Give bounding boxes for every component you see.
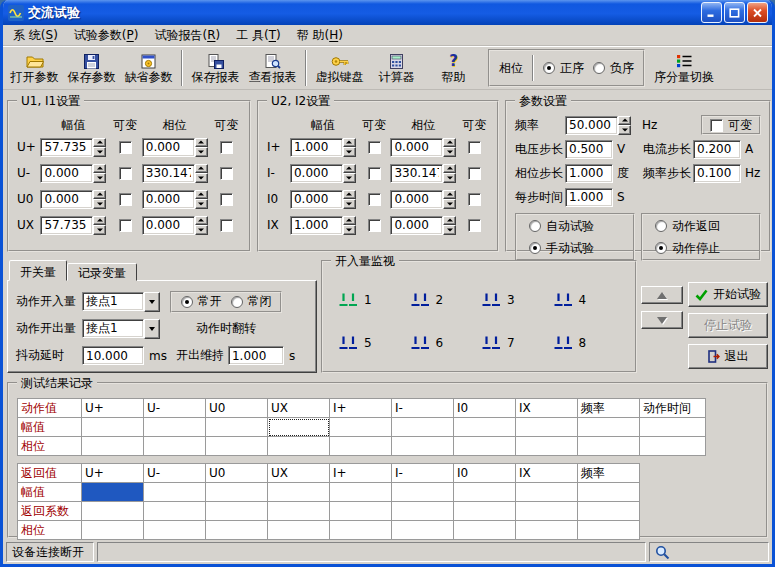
radio-action-stop[interactable]: 动作停止 bbox=[655, 240, 747, 257]
i-minus-amplitude-spinner[interactable] bbox=[343, 164, 356, 183]
u-minus-amplitude-variable-checkbox[interactable] bbox=[119, 167, 132, 180]
i-plus-phase-variable-checkbox[interactable] bbox=[468, 141, 481, 154]
result-cell[interactable] bbox=[516, 502, 578, 521]
phase-step-input[interactable] bbox=[565, 164, 613, 183]
i0-phase-input[interactable] bbox=[390, 190, 443, 209]
maximize-button[interactable] bbox=[724, 2, 745, 23]
result-cell[interactable] bbox=[454, 437, 516, 456]
exit-button[interactable]: 退出 bbox=[688, 344, 768, 369]
result-cell[interactable] bbox=[578, 483, 640, 502]
tab-switch-values[interactable]: 开关量 bbox=[9, 260, 67, 281]
close-button[interactable] bbox=[747, 2, 768, 23]
result-cell[interactable] bbox=[144, 502, 206, 521]
sequence-switch-button[interactable]: 序分量切换 bbox=[645, 49, 723, 88]
i-minus-phase-variable-checkbox[interactable] bbox=[468, 167, 481, 180]
result-cell[interactable] bbox=[454, 483, 516, 502]
menu-item-help[interactable]: 帮 助(H) bbox=[289, 25, 351, 46]
hold-input[interactable] bbox=[228, 346, 284, 365]
default-params-button[interactable]: 缺省参数 bbox=[120, 49, 177, 88]
result-cell[interactable] bbox=[82, 437, 144, 456]
tab-record-variables[interactable]: 记录变量 bbox=[67, 263, 137, 281]
i-minus-phase-input[interactable] bbox=[390, 164, 443, 183]
debounce-input[interactable] bbox=[82, 346, 144, 365]
result-cell[interactable] bbox=[268, 521, 330, 540]
ux-phase-variable-checkbox[interactable] bbox=[220, 219, 233, 232]
voltage-step-input[interactable] bbox=[565, 140, 613, 159]
start-test-button[interactable]: 开始试验 bbox=[688, 282, 768, 307]
ux-amplitude-spinner[interactable] bbox=[93, 216, 106, 235]
frequency-variable-checkbox[interactable] bbox=[710, 119, 723, 132]
ix-phase-input[interactable] bbox=[390, 216, 443, 235]
u-minus-phase-spinner[interactable] bbox=[195, 164, 208, 183]
u-plus-phase-input[interactable] bbox=[142, 138, 195, 157]
ux-amplitude-variable-checkbox[interactable] bbox=[119, 219, 132, 232]
u0-phase-spinner[interactable] bbox=[195, 190, 208, 209]
dropdown-button[interactable] bbox=[144, 292, 160, 312]
radio-normally-open[interactable]: 常开 bbox=[181, 293, 222, 310]
u-minus-phase-variable-checkbox[interactable] bbox=[220, 167, 233, 180]
u0-phase-variable-checkbox[interactable] bbox=[220, 193, 233, 206]
i0-amplitude-spinner[interactable] bbox=[343, 190, 356, 209]
result-cell[interactable] bbox=[268, 437, 330, 456]
result-cell[interactable] bbox=[578, 502, 640, 521]
u-plus-amplitude-input[interactable] bbox=[40, 138, 93, 157]
menu-item-test-report[interactable]: 试验报告(R) bbox=[146, 25, 228, 46]
result-cell[interactable] bbox=[392, 418, 454, 437]
u0-amplitude-variable-checkbox[interactable] bbox=[119, 193, 132, 206]
result-cell[interactable] bbox=[82, 521, 144, 540]
save-report-button[interactable]: 保存报表 bbox=[187, 49, 244, 88]
frequency-input[interactable] bbox=[565, 116, 618, 135]
open-params-button[interactable]: 打开参数 bbox=[6, 49, 63, 88]
radio-normally-closed[interactable]: 常闭 bbox=[231, 293, 272, 310]
result-cell[interactable] bbox=[392, 437, 454, 456]
ux-amplitude-input[interactable] bbox=[40, 216, 93, 235]
radio-auto-test[interactable]: 自动试验 bbox=[529, 218, 621, 235]
move-down-button[interactable] bbox=[641, 311, 683, 329]
result-cell[interactable] bbox=[392, 521, 454, 540]
focused-result-cell[interactable] bbox=[268, 418, 330, 437]
result-cell[interactable] bbox=[640, 418, 706, 437]
ix-amplitude-input[interactable] bbox=[290, 216, 343, 235]
i-plus-phase-spinner[interactable] bbox=[443, 138, 456, 157]
u-minus-amplitude-input[interactable] bbox=[40, 164, 93, 183]
result-cell[interactable] bbox=[392, 483, 454, 502]
result-cell[interactable] bbox=[82, 418, 144, 437]
result-cell[interactable] bbox=[82, 502, 144, 521]
u-plus-amplitude-spinner[interactable] bbox=[93, 138, 106, 157]
frequency-step-input[interactable] bbox=[693, 164, 741, 183]
i-plus-amplitude-spinner[interactable] bbox=[343, 138, 356, 157]
result-cell[interactable] bbox=[144, 521, 206, 540]
u-plus-amplitude-variable-checkbox[interactable] bbox=[119, 141, 132, 154]
result-cell[interactable] bbox=[330, 521, 392, 540]
ix-phase-variable-checkbox[interactable] bbox=[468, 219, 481, 232]
result-cell[interactable] bbox=[206, 483, 268, 502]
u0-phase-input[interactable] bbox=[142, 190, 195, 209]
action-output-select[interactable] bbox=[82, 319, 160, 339]
i0-amplitude-variable-checkbox[interactable] bbox=[368, 193, 381, 206]
ux-phase-input[interactable] bbox=[142, 216, 195, 235]
result-cell[interactable] bbox=[144, 437, 206, 456]
result-cell[interactable] bbox=[206, 418, 268, 437]
minimize-button[interactable] bbox=[701, 2, 722, 23]
i0-amplitude-input[interactable] bbox=[290, 190, 343, 209]
i0-phase-variable-checkbox[interactable] bbox=[468, 193, 481, 206]
magnifier-icon[interactable] bbox=[655, 545, 670, 560]
result-cell[interactable] bbox=[516, 418, 578, 437]
ix-phase-spinner[interactable] bbox=[443, 216, 456, 235]
result-cell[interactable] bbox=[454, 521, 516, 540]
result-cell[interactable] bbox=[578, 437, 640, 456]
result-cell[interactable] bbox=[516, 483, 578, 502]
i-minus-amplitude-variable-checkbox[interactable] bbox=[368, 167, 381, 180]
calculator-button[interactable]: 计算器 bbox=[368, 49, 425, 88]
ux-phase-spinner[interactable] bbox=[195, 216, 208, 235]
result-cell[interactable] bbox=[330, 483, 392, 502]
u0-amplitude-spinner[interactable] bbox=[93, 190, 106, 209]
frequency-spinner[interactable] bbox=[618, 116, 631, 135]
result-cell[interactable] bbox=[206, 437, 268, 456]
result-cell[interactable] bbox=[578, 521, 640, 540]
current-step-input[interactable] bbox=[693, 140, 741, 159]
result-cell[interactable] bbox=[330, 502, 392, 521]
i-plus-amplitude-input[interactable] bbox=[290, 138, 343, 157]
step-time-input[interactable] bbox=[565, 188, 613, 207]
result-cell[interactable] bbox=[454, 418, 516, 437]
